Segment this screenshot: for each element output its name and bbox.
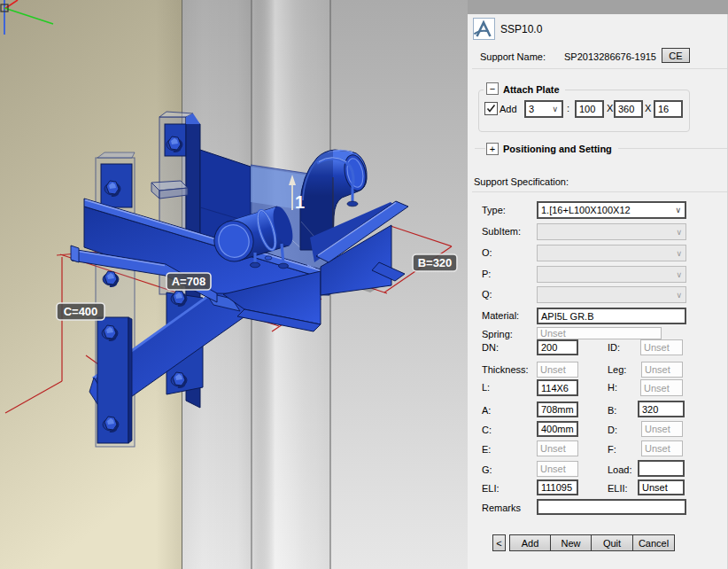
- svg-text:C=400: C=400: [64, 305, 98, 318]
- svg-text:1: 1: [295, 192, 305, 212]
- svg-text:B=320: B=320: [418, 256, 453, 269]
- svg-text:A=708: A=708: [172, 275, 206, 288]
